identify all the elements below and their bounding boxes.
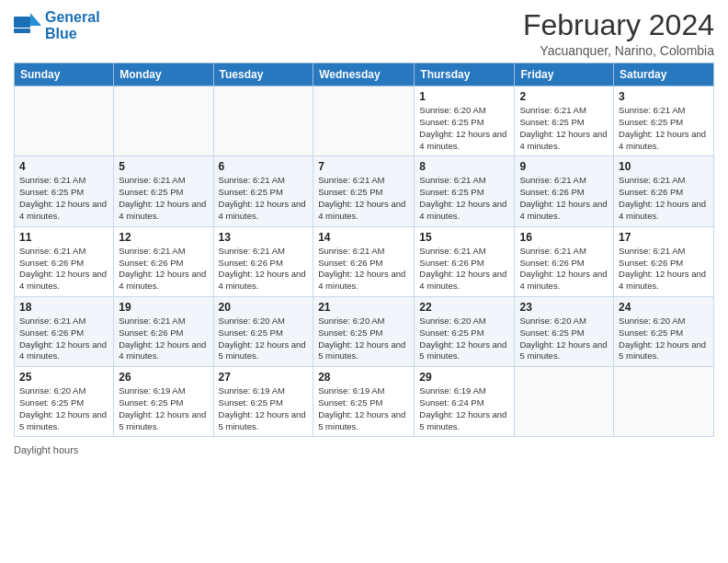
- svg-rect-0: [14, 17, 30, 28]
- day-header-thursday: Thursday: [415, 63, 515, 86]
- day-info: Sunrise: 6:21 AM Sunset: 6:26 PM Dayligh…: [19, 316, 108, 362]
- day-number: 15: [419, 231, 509, 244]
- day-number: 20: [219, 301, 309, 314]
- day-info: Sunrise: 6:21 AM Sunset: 6:26 PM Dayligh…: [318, 246, 409, 293]
- day-info: Sunrise: 6:19 AM Sunset: 6:25 PM Dayligh…: [219, 385, 309, 432]
- calendar-cell: 13Sunrise: 6:21 AM Sunset: 6:26 PM Dayli…: [213, 226, 313, 296]
- day-info: Sunrise: 6:21 AM Sunset: 6:26 PM Dayligh…: [119, 316, 208, 362]
- calendar-cell: 29Sunrise: 6:19 AM Sunset: 6:24 PM Dayli…: [415, 367, 515, 437]
- calendar-week-row: 11Sunrise: 6:21 AM Sunset: 6:26 PM Dayli…: [15, 226, 714, 296]
- day-info: Sunrise: 6:21 AM Sunset: 6:26 PM Dayligh…: [619, 246, 709, 293]
- day-info: Sunrise: 6:21 AM Sunset: 6:26 PM Dayligh…: [619, 175, 709, 222]
- calendar-week-row: 4Sunrise: 6:21 AM Sunset: 6:25 PM Daylig…: [15, 156, 714, 226]
- calendar-cell: 27Sunrise: 6:19 AM Sunset: 6:25 PM Dayli…: [213, 367, 313, 437]
- day-number: 24: [619, 301, 709, 314]
- day-number: 26: [119, 371, 208, 384]
- svg-marker-1: [30, 13, 41, 26]
- calendar-cell: 20Sunrise: 6:20 AM Sunset: 6:25 PM Dayli…: [213, 296, 313, 366]
- day-info: Sunrise: 6:20 AM Sunset: 6:25 PM Dayligh…: [619, 316, 709, 362]
- calendar-cell: 22Sunrise: 6:20 AM Sunset: 6:25 PM Dayli…: [415, 296, 515, 366]
- calendar-cell: 18Sunrise: 6:21 AM Sunset: 6:26 PM Dayli…: [15, 296, 114, 366]
- day-number: 6: [219, 160, 309, 173]
- day-number: 13: [219, 231, 309, 244]
- calendar-cell: 11Sunrise: 6:21 AM Sunset: 6:26 PM Dayli…: [15, 226, 114, 296]
- day-info: Sunrise: 6:21 AM Sunset: 6:26 PM Dayligh…: [419, 246, 509, 293]
- day-info: Sunrise: 6:21 AM Sunset: 6:25 PM Dayligh…: [318, 175, 409, 222]
- calendar-cell: 14Sunrise: 6:21 AM Sunset: 6:26 PM Dayli…: [313, 226, 415, 296]
- day-number: 14: [318, 231, 409, 244]
- day-number: 7: [318, 160, 409, 173]
- calendar-cell: 24Sunrise: 6:20 AM Sunset: 6:25 PM Dayli…: [614, 296, 714, 366]
- calendar-cell: 6Sunrise: 6:21 AM Sunset: 6:25 PM Daylig…: [213, 156, 313, 226]
- day-info: Sunrise: 6:20 AM Sunset: 6:25 PM Dayligh…: [318, 316, 409, 362]
- daylight-label: Daylight hours: [14, 444, 78, 455]
- day-number: 22: [419, 301, 509, 314]
- day-info: Sunrise: 6:20 AM Sunset: 6:25 PM Dayligh…: [519, 316, 609, 362]
- day-number: 4: [19, 160, 108, 173]
- day-number: 23: [519, 301, 609, 314]
- calendar-cell: 23Sunrise: 6:20 AM Sunset: 6:25 PM Dayli…: [515, 296, 614, 366]
- calendar-cell: 8Sunrise: 6:21 AM Sunset: 6:25 PM Daylig…: [415, 156, 515, 226]
- svg-rect-2: [14, 29, 30, 33]
- day-number: 18: [19, 301, 108, 314]
- day-number: 2: [519, 90, 609, 103]
- day-info: Sunrise: 6:20 AM Sunset: 6:25 PM Dayligh…: [19, 385, 108, 432]
- day-header-sunday: Sunday: [15, 63, 114, 86]
- day-number: 5: [119, 160, 208, 173]
- header: General Blue February 2024 Yacuanquer, N…: [14, 9, 714, 58]
- calendar-cell: 10Sunrise: 6:21 AM Sunset: 6:26 PM Dayli…: [614, 156, 714, 226]
- day-header-wednesday: Wednesday: [313, 63, 415, 86]
- day-info: Sunrise: 6:19 AM Sunset: 6:25 PM Dayligh…: [119, 385, 208, 432]
- logo-icon: [14, 13, 41, 39]
- day-number: 16: [519, 231, 609, 244]
- calendar-cell: 12Sunrise: 6:21 AM Sunset: 6:26 PM Dayli…: [114, 226, 213, 296]
- day-header-saturday: Saturday: [614, 63, 714, 86]
- day-info: Sunrise: 6:21 AM Sunset: 6:25 PM Dayligh…: [519, 105, 609, 152]
- page: General Blue February 2024 Yacuanquer, N…: [0, 0, 728, 563]
- day-info: Sunrise: 6:20 AM Sunset: 6:25 PM Dayligh…: [419, 105, 509, 152]
- calendar-cell: 28Sunrise: 6:19 AM Sunset: 6:25 PM Dayli…: [313, 367, 415, 437]
- day-info: Sunrise: 6:19 AM Sunset: 6:25 PM Dayligh…: [318, 385, 409, 432]
- day-info: Sunrise: 6:21 AM Sunset: 6:26 PM Dayligh…: [219, 246, 309, 293]
- calendar-cell: 26Sunrise: 6:19 AM Sunset: 6:25 PM Dayli…: [114, 367, 213, 437]
- day-number: 11: [19, 231, 108, 244]
- day-number: 10: [619, 160, 709, 173]
- calendar-cell: 17Sunrise: 6:21 AM Sunset: 6:26 PM Dayli…: [614, 226, 714, 296]
- day-info: Sunrise: 6:19 AM Sunset: 6:24 PM Dayligh…: [419, 385, 509, 432]
- day-info: Sunrise: 6:21 AM Sunset: 6:25 PM Dayligh…: [419, 175, 509, 222]
- day-info: Sunrise: 6:20 AM Sunset: 6:25 PM Dayligh…: [219, 316, 309, 362]
- day-info: Sunrise: 6:21 AM Sunset: 6:26 PM Dayligh…: [19, 246, 108, 293]
- calendar-cell: [213, 86, 313, 156]
- calendar-week-row: 18Sunrise: 6:21 AM Sunset: 6:26 PM Dayli…: [15, 296, 714, 366]
- day-info: Sunrise: 6:21 AM Sunset: 6:26 PM Dayligh…: [519, 175, 609, 222]
- calendar-cell: [515, 367, 614, 437]
- calendar-cell: 25Sunrise: 6:20 AM Sunset: 6:25 PM Dayli…: [15, 367, 114, 437]
- day-number: 19: [119, 301, 208, 314]
- calendar-cell: 16Sunrise: 6:21 AM Sunset: 6:26 PM Dayli…: [515, 226, 614, 296]
- calendar-cell: 4Sunrise: 6:21 AM Sunset: 6:25 PM Daylig…: [15, 156, 114, 226]
- subtitle: Yacuanquer, Narino, Colombia: [523, 43, 714, 58]
- day-info: Sunrise: 6:20 AM Sunset: 6:25 PM Dayligh…: [419, 316, 509, 362]
- calendar-week-row: 1Sunrise: 6:20 AM Sunset: 6:25 PM Daylig…: [15, 86, 714, 156]
- day-number: 28: [318, 371, 409, 384]
- day-header-tuesday: Tuesday: [213, 63, 313, 86]
- day-number: 9: [519, 160, 609, 173]
- calendar-cell: 1Sunrise: 6:20 AM Sunset: 6:25 PM Daylig…: [415, 86, 515, 156]
- main-title: February 2024: [523, 9, 714, 41]
- calendar-cell: [15, 86, 114, 156]
- title-block: February 2024 Yacuanquer, Narino, Colomb…: [523, 9, 714, 58]
- calendar-header-row: SundayMondayTuesdayWednesdayThursdayFrid…: [15, 63, 714, 86]
- day-number: 12: [119, 231, 208, 244]
- day-number: 3: [619, 90, 709, 103]
- day-info: Sunrise: 6:21 AM Sunset: 6:25 PM Dayligh…: [119, 175, 208, 222]
- day-number: 25: [19, 371, 108, 384]
- day-number: 8: [419, 160, 509, 173]
- calendar-cell: 15Sunrise: 6:21 AM Sunset: 6:26 PM Dayli…: [415, 226, 515, 296]
- day-number: 1: [419, 90, 509, 103]
- calendar-cell: 3Sunrise: 6:21 AM Sunset: 6:25 PM Daylig…: [614, 86, 714, 156]
- calendar-cell: 2Sunrise: 6:21 AM Sunset: 6:25 PM Daylig…: [515, 86, 614, 156]
- calendar-cell: [614, 367, 714, 437]
- calendar-cell: 7Sunrise: 6:21 AM Sunset: 6:25 PM Daylig…: [313, 156, 415, 226]
- day-header-friday: Friday: [515, 63, 614, 86]
- legend: Daylight hours: [14, 444, 714, 455]
